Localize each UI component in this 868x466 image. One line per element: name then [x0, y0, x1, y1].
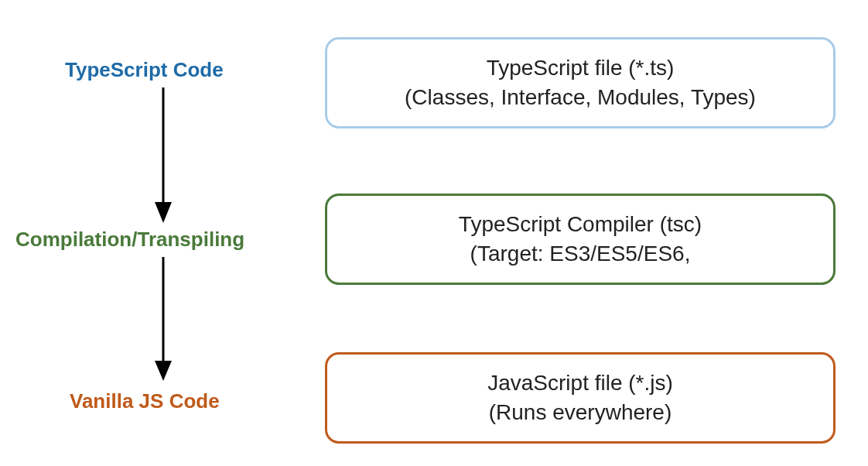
box-line: (Classes, Interface, Modules, Types) [343, 83, 818, 112]
stage-label-vanilla-js: Vanilla JS Code [70, 389, 220, 413]
arrow-down-icon [152, 87, 175, 226]
svg-marker-1 [155, 202, 172, 223]
box-line: TypeScript Compiler (tsc) [343, 210, 818, 239]
box-typescript-file: TypeScript file (*.ts) (Classes, Interfa… [325, 37, 836, 128]
box-compiler: TypeScript Compiler (tsc) (Target: ES3/E… [325, 194, 836, 285]
box-line: (Runs everywhere) [343, 398, 818, 427]
compilation-diagram: TypeScript Code Compilation/Transpiling … [0, 0, 868, 466]
box-line: TypeScript file (*.ts) [343, 53, 818, 83]
box-line: (Target: ES3/ES5/ES6, [343, 239, 818, 269]
stage-label-typescript: TypeScript Code [65, 58, 224, 82]
box-javascript-file: JavaScript file (*.js) (Runs everywhere) [325, 352, 836, 444]
svg-marker-3 [155, 361, 172, 381]
box-line: JavaScript file (*.js) [343, 368, 818, 398]
stage-label-compilation: Compilation/Transpiling [15, 228, 244, 252]
arrow-down-icon [152, 257, 175, 384]
